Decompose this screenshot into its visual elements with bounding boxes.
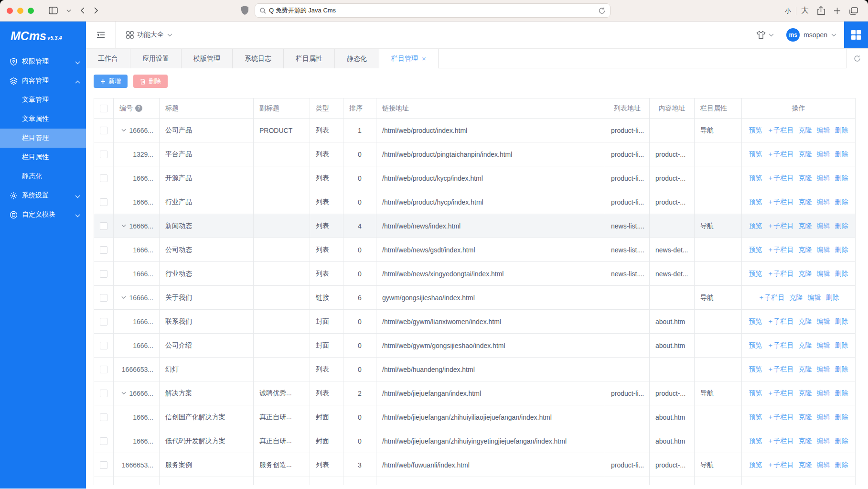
- action-preview[interactable]: 预览: [749, 246, 762, 253]
- action-preview[interactable]: 预览: [749, 413, 762, 421]
- action-add-child[interactable]: ＋子栏目: [767, 222, 794, 229]
- zoom-window-button[interactable]: [28, 8, 34, 14]
- user-menu[interactable]: ms msopen: [786, 28, 836, 42]
- row-checkbox[interactable]: [100, 127, 107, 134]
- expand-chevron-icon[interactable]: [121, 391, 126, 395]
- action-clone[interactable]: 克隆: [790, 293, 803, 301]
- action-clone[interactable]: 克隆: [799, 389, 812, 397]
- action-edit[interactable]: 编辑: [817, 270, 830, 277]
- action-clone[interactable]: 克隆: [799, 437, 812, 445]
- share-icon[interactable]: [817, 6, 825, 16]
- action-edit[interactable]: 编辑: [817, 389, 830, 397]
- action-edit[interactable]: 编辑: [817, 437, 830, 445]
- sidebar-subitem-栏目属性[interactable]: 栏目属性: [0, 148, 86, 167]
- add-button[interactable]: 新增: [94, 75, 128, 88]
- new-tab-button[interactable]: [834, 7, 841, 14]
- action-preview[interactable]: 预览: [749, 126, 762, 134]
- row-checkbox[interactable]: [100, 366, 107, 373]
- row-checkbox[interactable]: [100, 151, 107, 158]
- action-clone[interactable]: 克隆: [799, 222, 812, 229]
- action-clone[interactable]: 克隆: [799, 461, 812, 468]
- action-clone[interactable]: 克隆: [799, 365, 812, 373]
- action-delete[interactable]: 删除: [835, 461, 848, 468]
- action-add-child[interactable]: ＋子栏目: [767, 246, 794, 253]
- action-delete[interactable]: 删除: [826, 293, 839, 301]
- tab-应用设置[interactable]: 应用设置: [130, 49, 182, 68]
- action-preview[interactable]: 预览: [749, 317, 762, 325]
- tab-工作台[interactable]: 工作台: [86, 49, 130, 68]
- action-add-child[interactable]: ＋子栏目: [767, 389, 794, 397]
- action-preview[interactable]: 预览: [749, 437, 762, 445]
- sidebar-chevron-icon[interactable]: [66, 9, 71, 12]
- action-clone[interactable]: 克隆: [799, 317, 812, 325]
- row-checkbox[interactable]: [100, 342, 107, 349]
- action-add-child[interactable]: ＋子栏目: [767, 150, 794, 158]
- action-edit[interactable]: 编辑: [817, 126, 830, 134]
- action-edit[interactable]: 编辑: [817, 174, 830, 182]
- text-smaller-button[interactable]: 小: [781, 7, 795, 15]
- sidebar-subitem-静态化[interactable]: 静态化: [0, 167, 86, 186]
- sidebar-toggle-icon[interactable]: [49, 7, 58, 14]
- action-edit[interactable]: 编辑: [817, 150, 830, 158]
- row-checkbox[interactable]: [100, 461, 107, 469]
- action-delete[interactable]: 删除: [835, 270, 848, 277]
- action-add-child[interactable]: ＋子栏目: [767, 270, 794, 277]
- action-preview[interactable]: 预览: [749, 174, 762, 182]
- action-add-child[interactable]: ＋子栏目: [758, 293, 785, 301]
- action-add-child[interactable]: ＋子栏目: [767, 126, 794, 134]
- expand-chevron-icon[interactable]: [121, 296, 126, 299]
- action-edit[interactable]: 编辑: [817, 222, 830, 229]
- action-preview[interactable]: 预览: [749, 198, 762, 206]
- action-preview[interactable]: 预览: [749, 365, 762, 373]
- action-add-child[interactable]: ＋子栏目: [767, 341, 794, 349]
- action-add-child[interactable]: ＋子栏目: [767, 461, 794, 468]
- row-checkbox[interactable]: [100, 390, 107, 397]
- tab-close-icon[interactable]: ×: [422, 54, 426, 63]
- action-preview[interactable]: 预览: [749, 150, 762, 158]
- action-add-child[interactable]: ＋子栏目: [767, 174, 794, 182]
- action-edit[interactable]: 编辑: [817, 413, 830, 421]
- sidebar-item-权限管理[interactable]: 权限管理: [0, 52, 86, 71]
- action-edit[interactable]: 编辑: [817, 198, 830, 206]
- menu-fold-icon[interactable]: [86, 22, 116, 48]
- action-delete[interactable]: 删除: [835, 198, 848, 206]
- action-delete[interactable]: 删除: [835, 437, 848, 445]
- expand-chevron-icon[interactable]: [121, 224, 126, 228]
- action-edit[interactable]: 编辑: [817, 317, 830, 325]
- help-icon[interactable]: ?: [135, 105, 142, 112]
- expand-chevron-icon[interactable]: [121, 129, 126, 132]
- theme-switcher[interactable]: [756, 31, 774, 39]
- action-delete[interactable]: 删除: [835, 174, 848, 182]
- action-add-child[interactable]: ＋子栏目: [767, 365, 794, 373]
- delete-button[interactable]: 删除: [133, 75, 168, 88]
- sidebar-subitem-文章管理[interactable]: 文章管理: [0, 90, 86, 109]
- back-button[interactable]: [80, 7, 85, 14]
- row-checkbox[interactable]: [100, 198, 107, 206]
- close-window-button[interactable]: [7, 8, 13, 14]
- action-delete[interactable]: 删除: [835, 365, 848, 373]
- privacy-shield-icon[interactable]: [241, 6, 248, 16]
- row-checkbox[interactable]: [100, 294, 107, 302]
- action-clone[interactable]: 克隆: [799, 270, 812, 277]
- action-preview[interactable]: 预览: [749, 270, 762, 277]
- sidebar-item-自定义模块[interactable]: 自定义模块: [0, 205, 86, 224]
- action-add-child[interactable]: ＋子栏目: [767, 413, 794, 421]
- action-delete[interactable]: 删除: [835, 222, 848, 229]
- row-checkbox[interactable]: [100, 270, 107, 278]
- row-checkbox[interactable]: [100, 174, 107, 182]
- action-clone[interactable]: 克隆: [799, 341, 812, 349]
- text-larger-button[interactable]: 大: [797, 6, 813, 16]
- minimize-window-button[interactable]: [17, 8, 23, 14]
- action-preview[interactable]: 预览: [749, 461, 762, 468]
- tab-overview-button[interactable]: [849, 7, 858, 15]
- row-checkbox[interactable]: [100, 437, 107, 445]
- action-delete[interactable]: 删除: [835, 150, 848, 158]
- action-delete[interactable]: 删除: [835, 246, 848, 253]
- action-edit[interactable]: 编辑: [817, 246, 830, 253]
- action-clone[interactable]: 克隆: [799, 198, 812, 206]
- tab-栏目管理[interactable]: 栏目管理×: [379, 49, 439, 68]
- address-bar[interactable]: Q 免费开源的 Java Cms: [255, 3, 611, 18]
- action-preview[interactable]: 预览: [749, 341, 762, 349]
- action-add-child[interactable]: ＋子栏目: [767, 198, 794, 206]
- sidebar-item-内容管理[interactable]: 内容管理: [0, 71, 86, 90]
